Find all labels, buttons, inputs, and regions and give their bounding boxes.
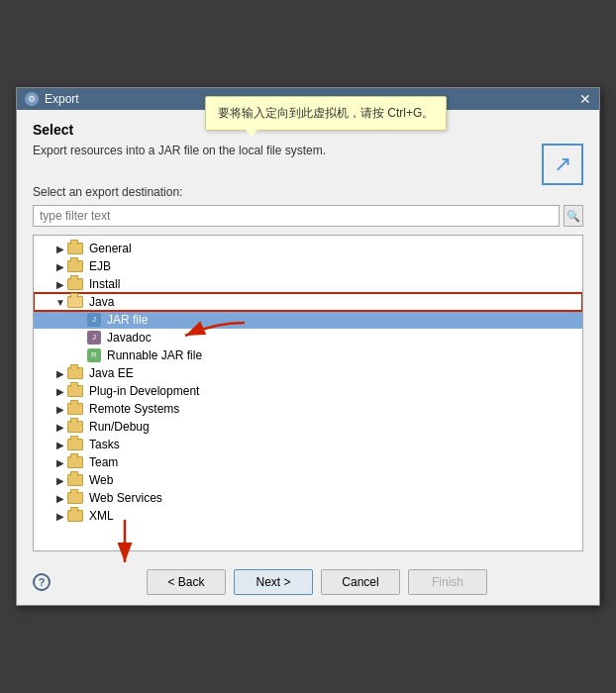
- label-web-services: Web Services: [89, 491, 162, 505]
- arrow-javadoc: [73, 333, 87, 344]
- finish-button[interactable]: Finish: [408, 569, 487, 595]
- label-ejb: EJB: [89, 259, 111, 273]
- back-button[interactable]: < Back: [147, 569, 226, 595]
- tree-item-java-ee[interactable]: ▶ Java EE: [34, 364, 582, 382]
- folder-icon-team: [67, 456, 83, 468]
- tree-item-plugin-dev[interactable]: ▶ Plug-in Development: [34, 382, 582, 400]
- tree-item-general[interactable]: ▶ General: [34, 240, 582, 257]
- cancel-button[interactable]: Cancel: [321, 569, 400, 595]
- folder-icon-general: [67, 243, 83, 254]
- tree-item-javadoc[interactable]: J Javadoc: [34, 329, 582, 346]
- arrow-ejb: ▶: [53, 261, 67, 272]
- dialog-icon: ⚙: [25, 92, 39, 106]
- description: Export resources into a JAR file on the …: [33, 144, 542, 157]
- folder-icon-xml: [67, 510, 83, 522]
- label-java: Java: [89, 295, 114, 309]
- arrow-web-services: ▶: [53, 493, 67, 504]
- close-button[interactable]: ✕: [579, 92, 591, 106]
- label-jar-file: JAR file: [107, 313, 148, 327]
- tooltip-text: 要将输入定向到此虚拟机，请按 Ctrl+G。: [218, 106, 434, 120]
- folder-icon-ejb: [67, 260, 83, 272]
- folder-icon-plugin-dev: [67, 385, 83, 397]
- label-web: Web: [89, 473, 113, 487]
- folder-icon-install: [67, 278, 83, 290]
- filter-clear-button[interactable]: 🔍: [564, 205, 583, 227]
- arrow-tasks: ▶: [53, 440, 67, 450]
- folder-icon-web-services: [67, 492, 83, 504]
- label-javadoc: Javadoc: [107, 331, 152, 345]
- filter-input[interactable]: [33, 205, 560, 227]
- javadoc-icon: J: [87, 331, 101, 345]
- help-button[interactable]: ?: [33, 573, 51, 591]
- folder-icon-tasks: [67, 439, 83, 450]
- filter-row: 🔍: [33, 205, 583, 227]
- tree-item-web[interactable]: ▶ Web: [34, 471, 582, 489]
- label-team: Team: [89, 455, 118, 469]
- tree-item-web-services[interactable]: ▶ Web Services: [34, 489, 582, 507]
- arrow-runnable-jar: [73, 350, 87, 361]
- tree-item-remote-systems[interactable]: ▶ Remote Systems: [34, 400, 582, 418]
- tree-item-tasks[interactable]: ▶ Tasks: [34, 436, 582, 453]
- tree-item-ejb[interactable]: ▶ EJB: [34, 257, 582, 275]
- folder-icon-remote-systems: [67, 403, 83, 415]
- label-java-ee: Java EE: [89, 366, 134, 380]
- tree-item-team[interactable]: ▶ Team: [34, 453, 582, 471]
- arrow-java: ▼: [53, 297, 67, 308]
- folder-icon-java-ee: [67, 367, 83, 379]
- arrow-team: ▶: [53, 457, 67, 468]
- arrow-install: ▶: [53, 279, 67, 290]
- folder-icon-run-debug: [67, 421, 83, 433]
- tree-item-install[interactable]: ▶ Install: [34, 275, 582, 293]
- folder-icon-java: [67, 296, 83, 308]
- arrow-remote-systems: ▶: [53, 404, 67, 415]
- folder-icon-web: [67, 474, 83, 486]
- arrow-run-debug: ▶: [53, 422, 67, 433]
- tree-item-java[interactable]: ▼ Java: [34, 293, 582, 311]
- arrow-general: ▶: [53, 244, 67, 254]
- label-tasks: Tasks: [89, 438, 120, 451]
- label-plugin-dev: Plug-in Development: [89, 384, 199, 398]
- footer-row: ? < Back Next > Cancel Finish: [17, 563, 599, 605]
- tree-item-runnable-jar[interactable]: R Runnable JAR file: [34, 346, 582, 364]
- label-runnable-jar: Runnable JAR file: [107, 348, 202, 362]
- tree-item-xml[interactable]: ▶ XML: [34, 507, 582, 525]
- tree-item-jar-file[interactable]: J JAR file: [34, 311, 582, 329]
- runnable-icon: R: [87, 348, 101, 362]
- arrow-jar-file: [73, 315, 87, 326]
- title-bar-left: ⚙ Export: [25, 92, 79, 106]
- export-icon: ↗: [542, 144, 583, 185]
- jar-icon: J: [87, 313, 101, 327]
- tooltip-bubble: 要将输入定向到此虚拟机，请按 Ctrl+G。: [205, 96, 447, 131]
- dialog-title: Export: [45, 92, 79, 106]
- arrow-web: ▶: [53, 475, 67, 486]
- dialog-body: Select Export resources into a JAR file …: [17, 110, 599, 563]
- label-general: General: [89, 242, 132, 255]
- label-xml: XML: [89, 509, 114, 523]
- export-dialog: ⚙ Export ✕ 要将输入定向到此虚拟机，请按 Ctrl+G。 Select…: [16, 87, 600, 606]
- filter-label: Select an export destination:: [33, 185, 583, 199]
- arrow-xml: ▶: [53, 511, 67, 522]
- label-remote-systems: Remote Systems: [89, 402, 179, 416]
- arrow-java-ee: ▶: [53, 368, 67, 379]
- arrow-plugin-dev: ▶: [53, 386, 67, 397]
- tree-container[interactable]: ▶ General ▶ EJB ▶ Install ▼ Java: [33, 235, 583, 551]
- next-button[interactable]: Next >: [234, 569, 313, 595]
- tree-item-run-debug[interactable]: ▶ Run/Debug: [34, 418, 582, 436]
- label-run-debug: Run/Debug: [89, 420, 150, 434]
- label-install: Install: [89, 277, 120, 291]
